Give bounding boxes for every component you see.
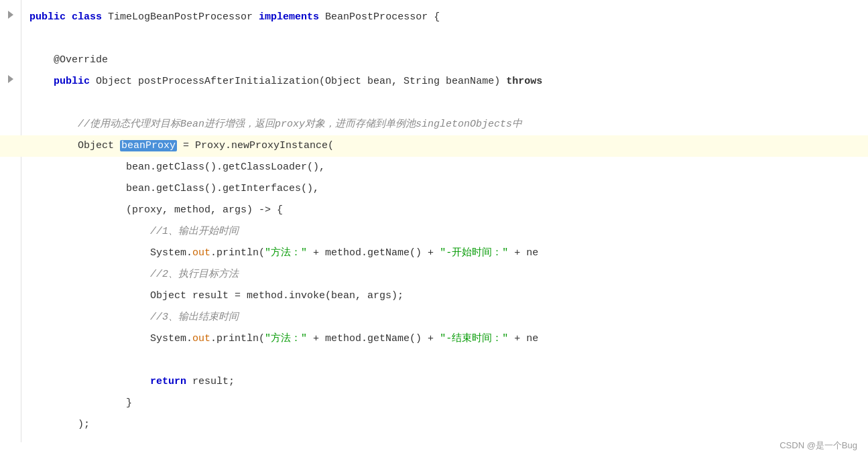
- code-text: );: [21, 415, 868, 434]
- code-line: [0, 28, 868, 50]
- code-text: //1、输出开始时间: [21, 222, 868, 241]
- footer-watermark: CSDN @是一个Bug: [780, 440, 857, 452]
- code-line: }: [0, 393, 868, 414]
- gutter: [0, 351, 21, 352]
- code-text: @Override: [21, 51, 868, 70]
- code-text: //使用动态代理对目标Bean进行增强，返回proxy对象，进而存储到单例池si…: [21, 115, 868, 134]
- gutter: [0, 51, 21, 52]
- gutter: [0, 72, 21, 84]
- code-line: @Override: [0, 50, 868, 71]
- code-line: System.out.println("方法：" + method.getNam…: [0, 243, 868, 264]
- code-line: //2、执行目标方法: [0, 264, 868, 285]
- code-text: //3、输出结束时间: [21, 308, 868, 327]
- gutter: [0, 394, 21, 395]
- code-line-highlighted: Object beanProxy = Proxy.newProxyInstanc…: [0, 135, 868, 157]
- gutter: [0, 29, 21, 31]
- gutter: [0, 287, 21, 288]
- code-line: public Object postProcessAfterInitializa…: [0, 71, 868, 92]
- code-text: public class TimeLogBeanPostProcessor im…: [21, 8, 868, 27]
- code-text: Object result = method.invoke(bean, args…: [21, 287, 868, 306]
- code-text: [21, 351, 868, 370]
- code-line: );: [0, 414, 868, 436]
- gutter: [0, 180, 21, 181]
- gutter: [0, 265, 21, 267]
- code-area: public class TimeLogBeanPostProcessor im…: [0, 0, 868, 442]
- code-line: System.out.println("方法：" + method.getNam…: [0, 328, 868, 350]
- code-line: //1、输出开始时间: [0, 221, 868, 243]
- code-text: System.out.println("方法：" + method.getNam…: [21, 330, 868, 348]
- code-line: bean.getClass().getInterfaces(),: [0, 178, 868, 200]
- code-text: [21, 29, 868, 48]
- code-text: Object beanProxy = Proxy.newProxyInstanc…: [21, 137, 868, 155]
- code-line: public class TimeLogBeanPostProcessor im…: [0, 7, 868, 28]
- code-text: (proxy, method, args) -> {: [21, 201, 868, 220]
- code-text: [21, 94, 868, 113]
- code-line: Object result = method.invoke(bean, args…: [0, 285, 868, 307]
- gutter: [0, 158, 21, 159]
- gutter: [0, 201, 21, 202]
- code-line: (proxy, method, args) -> {: [0, 200, 868, 221]
- code-text: bean.getClass().getClassLoader(),: [21, 158, 868, 177]
- code-container: public class TimeLogBeanPostProcessor im…: [0, 0, 868, 457]
- code-line: //使用动态代理对目标Bean进行增强，返回proxy对象，进而存储到单例池si…: [0, 114, 868, 135]
- code-text: public Object postProcessAfterInitializa…: [21, 72, 868, 91]
- gutter: [0, 222, 21, 224]
- gutter: [0, 244, 21, 245]
- code-text: System.out.println("方法：" + method.getNam…: [21, 244, 868, 263]
- fold-arrow-icon: [5, 74, 16, 84]
- gutter: [0, 415, 21, 417]
- code-line: [0, 92, 868, 114]
- code-text: return result;: [21, 373, 868, 391]
- gutter: [0, 137, 21, 138]
- gutter: [0, 8, 21, 20]
- fold-arrow-icon: [5, 9, 16, 20]
- code-line: [0, 350, 868, 371]
- gutter: [0, 373, 21, 374]
- code-line: return result;: [0, 371, 868, 393]
- code-line: bean.getClass().getClassLoader(),: [0, 157, 868, 178]
- gutter: [0, 308, 21, 310]
- code-line: //3、输出结束时间: [0, 307, 868, 328]
- code-text: }: [21, 394, 868, 413]
- code-text: //2、执行目标方法: [21, 265, 868, 284]
- code-text: bean.getClass().getInterfaces(),: [21, 180, 868, 198]
- gutter: [0, 330, 21, 331]
- gutter: [0, 115, 21, 117]
- gutter: [0, 94, 21, 95]
